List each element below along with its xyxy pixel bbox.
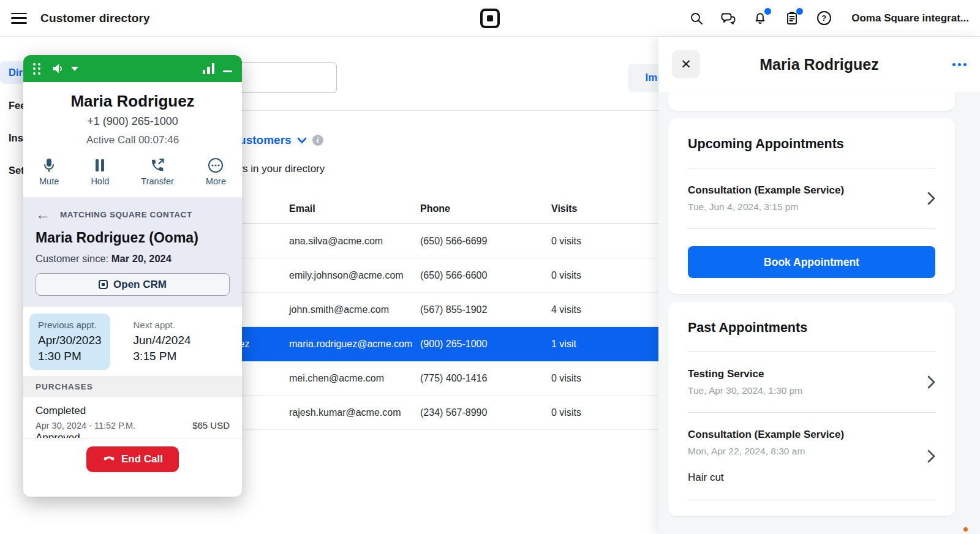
next-appointment-date: Jun/4/2024 [134, 333, 191, 348]
past-appointments-card: Past Appointments Testing Service Tue, A… [668, 302, 955, 516]
appointment-title: Consultation (Example Service) [688, 184, 927, 197]
appointment-note: Hair cut [688, 472, 927, 484]
panel-header: ✕ Maria Rodriguez [658, 37, 980, 92]
purchases-header: PURCHASES [23, 376, 242, 397]
purchase-status: Completed [36, 405, 230, 417]
cell-visits: 0 visits [551, 407, 668, 418]
chevron-right-icon [927, 375, 935, 389]
open-crm-button[interactable]: Open CRM [36, 273, 230, 296]
customer-since-value: Mar 20, 2024 [111, 253, 172, 264]
panel-title: Maria Rodriguez [700, 56, 938, 73]
more-options-icon[interactable] [938, 63, 967, 66]
header-email: Email [289, 203, 420, 214]
minimize-icon[interactable] [223, 70, 232, 73]
help-icon[interactable]: ? [816, 10, 832, 26]
header-phone: Phone [420, 203, 551, 214]
cell-email: rajesh.kumar@acme.com [289, 407, 420, 418]
more-button[interactable]: More [206, 157, 226, 186]
hang-up-icon [102, 456, 116, 463]
cell-visits: 1 visit [551, 339, 668, 350]
signal-strength-icon [203, 63, 215, 74]
appointment-datetime: Tue, Apr 30, 2024, 1:30 pm [688, 385, 927, 396]
chevron-down-icon [297, 137, 307, 144]
appointment-summary: Previous appt. Apr/30/2023 1:30 PM Next … [23, 307, 242, 376]
messages-icon[interactable] [720, 10, 736, 26]
appointment-item[interactable]: Testing Service Tue, Apr 30, 2024, 1:30 … [688, 368, 935, 396]
scrolled-card-partial [668, 92, 955, 111]
cell-phone: (650) 566-6699 [420, 236, 551, 247]
back-arrow-icon[interactable]: ← [36, 207, 50, 222]
purchase-item: Completed Apr 30, 2024 - 11:52 P.M. $65 … [23, 397, 242, 432]
cell-email: mei.chen@acme.com [289, 373, 420, 384]
top-header: Customer directory [0, 0, 980, 37]
appointment-item[interactable]: Consultation (Example Service) Mon, Apr … [688, 429, 935, 484]
matching-contact-section: ← MATCHING SQUARE CONTACT Maria Rodrigue… [23, 197, 242, 307]
book-appointment-button[interactable]: Book Appointment [688, 246, 935, 278]
cell-visits: 0 visits [551, 270, 668, 281]
cell-phone: (775) 400-1416 [420, 373, 551, 384]
previous-appointment: Previous appt. Apr/30/2023 1:30 PM [29, 314, 110, 370]
account-name[interactable]: Ooma Square integrat... [851, 12, 969, 24]
customer-since: Customer since: Mar 20, 2024 [36, 253, 230, 265]
cell-email: ana.silva@acme.com [289, 236, 420, 247]
drag-handle-icon[interactable] [33, 63, 40, 75]
appointment-title: Testing Service [688, 368, 927, 380]
upcoming-appointments-card: Upcoming Appointments Consultation (Exam… [668, 118, 955, 294]
square-logo-icon [480, 9, 500, 28]
close-icon[interactable]: ✕ [672, 50, 700, 78]
search-icon[interactable] [688, 10, 704, 26]
transfer-button[interactable]: Transfer [141, 157, 173, 186]
info-icon[interactable]: i [312, 135, 323, 146]
chevron-right-icon [927, 449, 935, 463]
bell-badge-dot [764, 8, 771, 15]
cell-phone: (650) 566-6600 [420, 270, 551, 281]
previous-appointment-time: 1:30 PM [38, 348, 102, 364]
clipboard-badge-dot [796, 8, 803, 15]
ellipsis-circle-icon [208, 157, 224, 173]
square-mini-logo-icon [99, 280, 108, 289]
cell-email: maria.rodriguez@acme.com [289, 339, 420, 350]
mute-button[interactable]: Mute [39, 157, 59, 186]
caller-name: Maria Rodriguez [23, 92, 242, 111]
caller-number: +1 (900) 265-1000 [23, 115, 242, 128]
end-call-button[interactable]: End Call [86, 446, 179, 472]
cell-phone: (900) 265-1000 [420, 339, 551, 350]
cell-visits: 0 visits [551, 373, 668, 384]
speaker-icon[interactable] [51, 62, 65, 75]
notifications-bell-icon[interactable] [752, 10, 768, 26]
call-widget-titlebar[interactable] [23, 55, 242, 82]
cell-email: emily.johnson@acme.com [289, 270, 420, 281]
customer-since-label: Customer since: [36, 253, 108, 264]
hamburger-menu-icon[interactable] [11, 13, 27, 24]
phone-transfer-icon [149, 157, 165, 173]
audio-device-caret-icon[interactable] [71, 67, 78, 71]
pause-icon [93, 157, 107, 173]
cell-phone: (234) 567-8990 [420, 407, 551, 418]
microphone-icon [42, 157, 56, 173]
page-title: Customer directory [40, 12, 150, 25]
header-visits: Visits [551, 203, 668, 214]
cell-email: john.smith@acme.com [289, 304, 420, 315]
hold-button[interactable]: Hold [91, 157, 109, 186]
appointment-datetime: Tue, Jun 4, 2024, 3:15 pm [688, 201, 927, 212]
purchase-datetime: Apr 30, 2024 - 11:52 P.M. [36, 421, 135, 431]
contact-name: Maria Rodriguez (Ooma) [36, 230, 230, 246]
next-appointment-time: 3:15 PM [134, 348, 191, 364]
app-root: Customer directory [0, 0, 980, 534]
appointment-item[interactable]: Consultation (Example Service) Tue, Jun … [688, 184, 935, 212]
call-status: Active Call 00:07:46 [23, 134, 242, 146]
tasks-clipboard-icon[interactable] [784, 10, 800, 26]
call-actions: Mute Hold Transfer [39, 157, 226, 186]
cell-visits: 0 visits [551, 236, 668, 247]
ooma-call-widget: Maria Rodriguez +1 (900) 265-1000 Active… [23, 55, 242, 497]
purchase-item-clipped: Approved [23, 432, 242, 438]
cell-visits: 4 visits [551, 304, 668, 315]
past-appointments-title: Past Appointments [688, 320, 935, 336]
previous-appointment-date: Apr/30/2023 [38, 333, 102, 348]
corner-indicator-dot [963, 527, 968, 532]
customer-detail-panel: ✕ Maria Rodriguez Upcoming Appointments … [658, 37, 980, 534]
next-appointment: Next appt. Jun/4/2024 3:15 PM [125, 314, 200, 370]
purchase-amount: $65 USD [192, 420, 230, 431]
appointment-title: Consultation (Example Service) [688, 429, 927, 441]
cell-phone: (567) 855-1902 [420, 304, 551, 315]
